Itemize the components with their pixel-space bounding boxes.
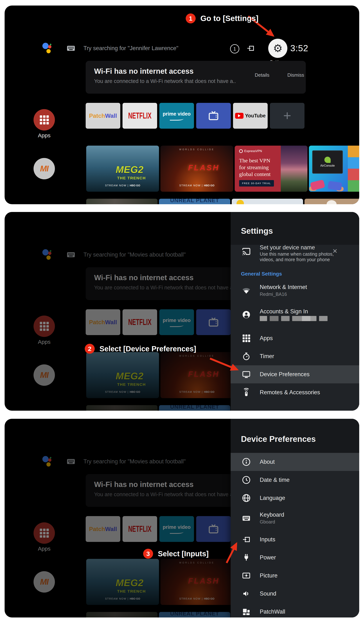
sound-icon [241, 589, 251, 599]
apps-grid-icon [241, 334, 251, 343]
device-name-card-desc: Use this name when casting photos,videos… [260, 251, 334, 262]
app-tile-add[interactable]: + [270, 103, 304, 129]
device-name-card-title: Set your device name [260, 244, 315, 251]
sidebar-item-timer[interactable]: Timer [231, 347, 359, 365]
airconsole-tv-image: AirConsole [312, 150, 343, 174]
step-2-label: Select [Device Preferences] [100, 345, 196, 353]
sidebar-item-language[interactable]: Language [231, 489, 359, 507]
thumb-row2-unreal-planet[interactable]: UNREAL PLANET [159, 199, 230, 204]
panel-step-3: Try searching for "Movies about football… [5, 419, 359, 618]
panel-step-1: Try searching for "Jennifer Lawrence" 1 … [5, 5, 359, 204]
cast-icon [241, 247, 251, 256]
sidebar-item-date-time[interactable]: Date & time [231, 471, 359, 489]
sidebar-item-remotes-accessories[interactable]: Remotes & Accessories [231, 383, 359, 401]
annotation-step-3: 3 Select [Inputs] [143, 549, 209, 559]
app-tile-netflix[interactable]: NETFLIX [123, 103, 157, 129]
thumb-row2-dog[interactable] [304, 199, 359, 204]
mi-rail-button[interactable]: MI [34, 158, 55, 179]
bird-character [236, 200, 244, 204]
keyboard-icon [241, 513, 251, 523]
thumb-row2-forest[interactable] [86, 199, 157, 204]
search-hint[interactable]: Try searching for "Jennifer Lawrence" [84, 45, 178, 52]
tutorial-page: Try searching for "Jennifer Lawrence" 1 … [0, 0, 364, 623]
tv-home-screen: Try searching for "Jennifer Lawrence" 1 … [5, 5, 359, 204]
settings-sidebar: Set your device name Use this name when … [231, 212, 359, 411]
step-3-badge: 3 [143, 549, 153, 559]
keyboard-search-icon[interactable] [66, 44, 76, 53]
google-assistant-icon[interactable] [42, 42, 52, 54]
apps-rail-button[interactable] [34, 109, 55, 131]
step-3-label: Select [Inputs] [158, 550, 209, 558]
youtube-play-icon [235, 113, 243, 119]
power-plug-icon [241, 553, 251, 562]
gamepad-pink [310, 179, 325, 191]
thumb-row2-cartoon[interactable] [232, 199, 303, 204]
close-icon[interactable]: ✕ [332, 247, 338, 255]
sidebar-item-picture[interactable]: Picture [231, 567, 359, 585]
sidebar-item-about[interactable]: About [231, 453, 359, 471]
wifi-notification-card: Wi-Fi has no internet access You are con… [86, 61, 306, 94]
annotation-step-2: 2 Select [Device Preferences] [85, 344, 196, 354]
mi-logo: MI [40, 164, 48, 173]
wifi-icon [241, 286, 251, 295]
apps-rail-label: Apps [34, 132, 55, 139]
sidebar-item-keyboard[interactable]: Keyboard Gboard [231, 507, 359, 529]
details-button[interactable]: Details [255, 72, 269, 78]
sidebar-header: Device Preferences [231, 419, 359, 453]
app-tile-youtube[interactable]: YouTube [233, 103, 268, 129]
game-tiles-strip [348, 146, 359, 192]
sidebar-item-sound[interactable]: Sound [231, 585, 359, 603]
panel-step-2: Try searching for "Movies about football… [5, 212, 359, 411]
sidebar-item-apps[interactable]: Apps [231, 329, 359, 347]
sidebar-item-inputs[interactable]: Inputs [231, 531, 359, 549]
gamepad-blue [327, 181, 342, 191]
keyboard-current: Gboard [260, 519, 275, 525]
apps-grid-icon [40, 115, 49, 124]
app-tile-live-tv[interactable] [196, 103, 231, 129]
remote-icon [241, 388, 251, 397]
app-tile-patchwall[interactable]: PatchWall [86, 103, 120, 129]
wifi-network-name: Redmi_BA16 [260, 291, 287, 297]
step-1-badge: 1 [186, 13, 196, 23]
sidebar-title: Device Preferences [241, 434, 316, 444]
wifi-card-title: Wi-Fi has no internet access [94, 67, 193, 75]
vpn-trial-button[interactable]: FREE 30-DAY TRIAL [239, 180, 274, 187]
inputs-icon [241, 535, 251, 544]
app-tile-prime-video[interactable]: prime video [159, 103, 194, 129]
sidebar-header: Settings [231, 212, 359, 245]
poster-expressvpn-ad[interactable]: ExpressVPN The best VPNfor streamingglob… [235, 146, 307, 192]
timer-icon [241, 352, 251, 361]
sidebar-item-patchwall[interactable]: PatchWall [231, 603, 359, 618]
annotation-step-1: 1 Go to [Settings] [186, 13, 258, 23]
dog-character [327, 200, 337, 204]
sidebar-item-power[interactable]: Power [231, 549, 359, 567]
vpn-sunset-image [281, 146, 307, 192]
picture-icon [241, 571, 251, 580]
inputs-shortcut-icon[interactable] [246, 44, 255, 52]
sidebar-item-network-internet[interactable]: Network & Internet Redmi_BA16 [231, 281, 359, 299]
patchwall-icon [241, 607, 251, 617]
sidebar-item-accounts-sign-in[interactable]: Accounts & Sign In [231, 306, 359, 324]
device-preferences-sidebar: About Date & time Language Keyboard Gboa… [231, 419, 359, 618]
info-icon [241, 457, 251, 467]
general-settings-section-label: General Settings [241, 271, 282, 277]
account-icon [241, 310, 251, 319]
step-1-label: Go to [Settings] [200, 14, 258, 23]
sidebar-item-device-preferences[interactable]: Device Preferences [231, 365, 359, 383]
poster-meg2[interactable]: MEG2 THE TRENCH STREAM NOW | HBO GO [86, 146, 159, 192]
notification-circle-icon[interactable]: 1 [230, 44, 239, 53]
sidebar-title: Settings [241, 226, 273, 236]
tv-icon [207, 110, 220, 122]
airconsole-logo-icon [324, 157, 331, 163]
poster-airconsole[interactable]: AirConsole [309, 146, 359, 192]
plus-icon: + [283, 109, 291, 123]
globe-icon [241, 493, 251, 503]
poster-the-flash[interactable]: WORLDS COLLIDE FLASH STREAM NOW | HBO GO [160, 146, 233, 192]
dismiss-button[interactable]: Dismiss [287, 72, 304, 78]
wifi-card-subtitle: You are connected to a Wi-Fi network tha… [94, 78, 236, 84]
prime-smile-icon [170, 117, 183, 121]
settings-button[interactable]: ⚙ [268, 39, 287, 58]
clock-icon [241, 475, 251, 485]
expressvpn-logo-icon [239, 149, 243, 153]
censored-account-name [260, 316, 327, 321]
